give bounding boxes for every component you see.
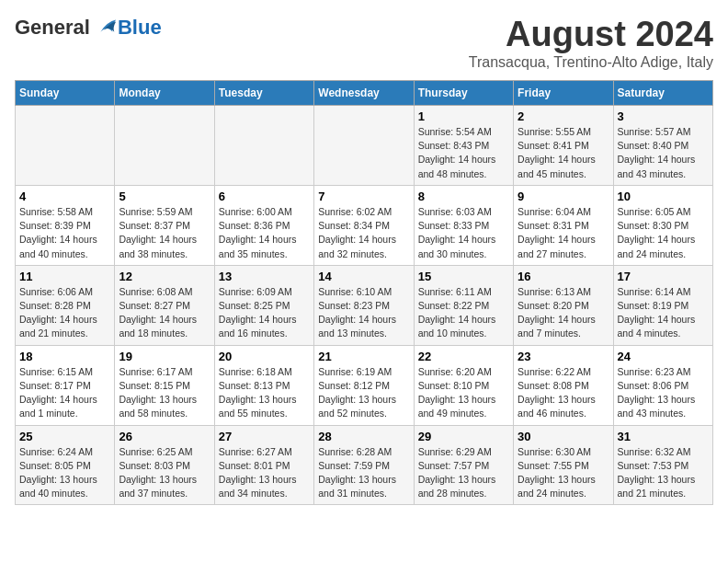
day-cell: 29Sunrise: 6:29 AMSunset: 7:57 PMDayligh…	[414, 425, 513, 505]
day-info: Sunrise: 5:59 AMSunset: 8:37 PMDaylight:…	[119, 205, 210, 261]
week-row-1: 1Sunrise: 5:54 AMSunset: 8:43 PMDaylight…	[16, 106, 713, 186]
day-number: 14	[318, 270, 409, 283]
day-cell: 10Sunrise: 6:05 AMSunset: 8:30 PMDayligh…	[613, 185, 712, 265]
week-row-2: 4Sunrise: 5:58 AMSunset: 8:39 PMDaylight…	[16, 185, 713, 265]
day-number: 22	[418, 350, 509, 363]
logo-bird-icon	[92, 15, 118, 40]
day-cell: 7Sunrise: 6:02 AMSunset: 8:34 PMDaylight…	[314, 185, 414, 265]
day-cell: 23Sunrise: 6:22 AMSunset: 8:08 PMDayligh…	[514, 345, 613, 425]
day-info: Sunrise: 6:03 AMSunset: 8:33 PMDaylight:…	[418, 205, 509, 261]
day-info: Sunrise: 5:58 AMSunset: 8:39 PMDaylight:…	[19, 205, 110, 261]
day-number: 2	[518, 109, 609, 123]
day-number: 8	[418, 190, 509, 203]
location-subtitle: Transacqua, Trentino-Alto Adige, Italy	[469, 54, 713, 71]
day-number: 6	[219, 190, 310, 203]
day-info: Sunrise: 5:57 AMSunset: 8:40 PMDaylight:…	[618, 125, 709, 181]
col-header-friday: Friday	[514, 81, 613, 106]
day-info: Sunrise: 6:22 AMSunset: 8:08 PMDaylight:…	[518, 365, 609, 421]
day-number: 1	[418, 109, 509, 123]
col-header-tuesday: Tuesday	[214, 81, 313, 106]
header: General Blue August 2024 Transacqua, Tre…	[15, 15, 713, 71]
day-number: 10	[618, 190, 709, 203]
day-cell: 2Sunrise: 5:55 AMSunset: 8:41 PMDaylight…	[514, 106, 613, 186]
day-info: Sunrise: 6:19 AMSunset: 8:12 PMDaylight:…	[318, 365, 409, 421]
col-header-wednesday: Wednesday	[314, 81, 414, 106]
logo: General Blue	[15, 15, 162, 40]
day-number: 23	[518, 350, 609, 363]
day-cell: 11Sunrise: 6:06 AMSunset: 8:28 PMDayligh…	[16, 265, 115, 345]
day-cell: 9Sunrise: 6:04 AMSunset: 8:31 PMDaylight…	[514, 185, 613, 265]
day-cell: 13Sunrise: 6:09 AMSunset: 8:25 PMDayligh…	[214, 265, 313, 345]
day-cell: 19Sunrise: 6:17 AMSunset: 8:15 PMDayligh…	[115, 345, 214, 425]
day-number: 5	[119, 190, 210, 203]
day-info: Sunrise: 6:30 AMSunset: 7:55 PMDaylight:…	[518, 445, 609, 501]
day-cell: 14Sunrise: 6:10 AMSunset: 8:23 PMDayligh…	[314, 265, 414, 345]
title-area: August 2024 Transacqua, Trentino-Alto Ad…	[469, 15, 713, 71]
day-info: Sunrise: 6:13 AMSunset: 8:20 PMDaylight:…	[518, 285, 609, 341]
day-cell: 12Sunrise: 6:08 AMSunset: 8:27 PMDayligh…	[115, 265, 214, 345]
day-info: Sunrise: 5:54 AMSunset: 8:43 PMDaylight:…	[418, 125, 509, 181]
day-info: Sunrise: 6:09 AMSunset: 8:25 PMDaylight:…	[219, 285, 310, 341]
day-cell: 16Sunrise: 6:13 AMSunset: 8:20 PMDayligh…	[514, 265, 613, 345]
day-number: 31	[618, 430, 709, 443]
day-info: Sunrise: 6:00 AMSunset: 8:36 PMDaylight:…	[219, 205, 310, 261]
day-number: 9	[518, 190, 609, 203]
day-info: Sunrise: 6:17 AMSunset: 8:15 PMDaylight:…	[119, 365, 210, 421]
day-info: Sunrise: 6:15 AMSunset: 8:17 PMDaylight:…	[19, 365, 110, 421]
day-cell: 27Sunrise: 6:27 AMSunset: 8:01 PMDayligh…	[214, 425, 313, 505]
day-number: 25	[19, 430, 110, 443]
day-info: Sunrise: 6:06 AMSunset: 8:28 PMDaylight:…	[19, 285, 110, 341]
day-cell: 30Sunrise: 6:30 AMSunset: 7:55 PMDayligh…	[514, 425, 613, 505]
day-number: 7	[318, 190, 409, 203]
week-row-3: 11Sunrise: 6:06 AMSunset: 8:28 PMDayligh…	[16, 265, 713, 345]
day-number: 13	[219, 270, 310, 283]
day-info: Sunrise: 6:20 AMSunset: 8:10 PMDaylight:…	[418, 365, 509, 421]
day-number: 28	[318, 430, 409, 443]
day-number: 24	[618, 350, 709, 363]
day-cell: 17Sunrise: 6:14 AMSunset: 8:19 PMDayligh…	[613, 265, 712, 345]
calendar-table: SundayMondayTuesdayWednesdayThursdayFrid…	[15, 80, 713, 505]
day-cell: 6Sunrise: 6:00 AMSunset: 8:36 PMDaylight…	[214, 185, 313, 265]
day-number: 11	[19, 270, 110, 283]
day-info: Sunrise: 6:27 AMSunset: 8:01 PMDaylight:…	[219, 445, 310, 501]
day-number: 26	[119, 430, 210, 443]
day-info: Sunrise: 6:04 AMSunset: 8:31 PMDaylight:…	[518, 205, 609, 261]
day-info: Sunrise: 6:11 AMSunset: 8:22 PMDaylight:…	[418, 285, 509, 341]
day-cell: 4Sunrise: 5:58 AMSunset: 8:39 PMDaylight…	[16, 185, 115, 265]
day-number: 12	[119, 270, 210, 283]
day-number: 15	[418, 270, 509, 283]
day-info: Sunrise: 6:10 AMSunset: 8:23 PMDaylight:…	[318, 285, 409, 341]
day-number: 3	[618, 109, 709, 123]
logo-general: General	[15, 16, 90, 40]
day-info: Sunrise: 6:24 AMSunset: 8:05 PMDaylight:…	[19, 445, 110, 501]
day-cell: 28Sunrise: 6:28 AMSunset: 7:59 PMDayligh…	[314, 425, 414, 505]
day-number: 27	[219, 430, 310, 443]
day-number: 29	[418, 430, 509, 443]
day-info: Sunrise: 6:32 AMSunset: 7:53 PMDaylight:…	[618, 445, 709, 501]
day-cell: 1Sunrise: 5:54 AMSunset: 8:43 PMDaylight…	[414, 106, 513, 186]
month-year-title: August 2024	[469, 15, 713, 54]
day-cell: 21Sunrise: 6:19 AMSunset: 8:12 PMDayligh…	[314, 345, 414, 425]
day-number: 21	[318, 350, 409, 363]
day-cell	[16, 106, 115, 186]
col-header-thursday: Thursday	[414, 81, 513, 106]
day-info: Sunrise: 6:28 AMSunset: 7:59 PMDaylight:…	[318, 445, 409, 501]
day-cell: 20Sunrise: 6:18 AMSunset: 8:13 PMDayligh…	[214, 345, 313, 425]
day-info: Sunrise: 6:18 AMSunset: 8:13 PMDaylight:…	[219, 365, 310, 421]
day-cell: 18Sunrise: 6:15 AMSunset: 8:17 PMDayligh…	[16, 345, 115, 425]
logo-blue: Blue	[118, 16, 162, 40]
day-number: 16	[518, 270, 609, 283]
day-info: Sunrise: 6:29 AMSunset: 7:57 PMDaylight:…	[418, 445, 509, 501]
week-row-4: 18Sunrise: 6:15 AMSunset: 8:17 PMDayligh…	[16, 345, 713, 425]
day-number: 20	[219, 350, 310, 363]
day-cell: 5Sunrise: 5:59 AMSunset: 8:37 PMDaylight…	[115, 185, 214, 265]
day-number: 19	[119, 350, 210, 363]
col-header-sunday: Sunday	[16, 81, 115, 106]
day-cell	[115, 106, 214, 186]
day-info: Sunrise: 5:55 AMSunset: 8:41 PMDaylight:…	[518, 125, 609, 181]
day-cell: 26Sunrise: 6:25 AMSunset: 8:03 PMDayligh…	[115, 425, 214, 505]
day-number: 17	[618, 270, 709, 283]
day-cell: 25Sunrise: 6:24 AMSunset: 8:05 PMDayligh…	[16, 425, 115, 505]
day-number: 4	[19, 190, 110, 203]
day-info: Sunrise: 6:14 AMSunset: 8:19 PMDaylight:…	[618, 285, 709, 341]
